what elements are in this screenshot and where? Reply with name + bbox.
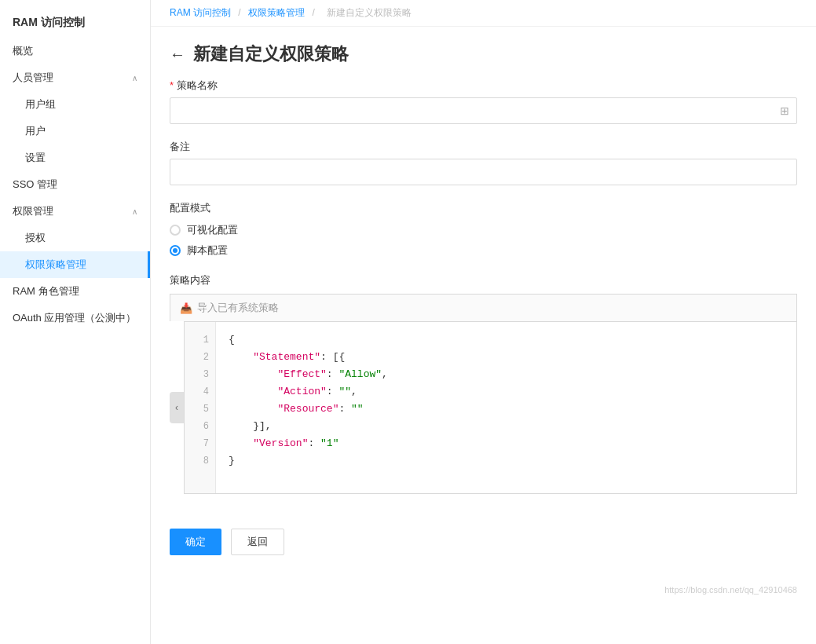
sidebar-item-user-group[interactable]: 用户组 bbox=[0, 91, 150, 118]
sidebar-item-permission-mgmt[interactable]: 权限管理 ∧ bbox=[0, 198, 150, 225]
form-group-config-mode: 配置模式 可视化配置 脚本配置 bbox=[170, 201, 797, 258]
sidebar-item-user[interactable]: 用户 bbox=[0, 118, 150, 145]
radio-group-config-mode: 可视化配置 脚本配置 bbox=[170, 223, 797, 258]
remark-input[interactable] bbox=[170, 159, 797, 185]
radio-visual-circle bbox=[170, 225, 181, 236]
page-header: ← 新建自定义权限策略 bbox=[151, 27, 816, 79]
policy-name-input[interactable] bbox=[170, 97, 797, 124]
form-actions: 确定 返回 bbox=[151, 510, 816, 579]
main-content: RAM 访问控制 / 权限策略管理 / 新建自定义权限策略 ← 新建自定义权限策… bbox=[151, 0, 816, 644]
form-group-policy-name: *策略名称 ⊞ bbox=[170, 79, 797, 124]
radio-visual-config[interactable]: 可视化配置 bbox=[170, 223, 797, 237]
import-icon: 📥 bbox=[180, 302, 192, 314]
breadcrumb: RAM 访问控制 / 权限策略管理 / 新建自定义权限策略 bbox=[151, 0, 816, 27]
code-editor-wrapper: ‹ 1 2 3 4 5 6 7 8 { "Statement": [{ "Eff… bbox=[184, 321, 797, 494]
code-content[interactable]: { "Statement": [{ "Effect": "Allow", "Ac… bbox=[216, 322, 796, 493]
chevron-up-icon-2: ∧ bbox=[132, 207, 137, 216]
code-editor[interactable]: 1 2 3 4 5 6 7 8 { "Statement": [{ "Effec… bbox=[184, 321, 797, 494]
breadcrumb-link-1[interactable]: RAM 访问控制 bbox=[170, 7, 231, 18]
code-line-numbers: 1 2 3 4 5 6 7 8 bbox=[185, 322, 216, 493]
policy-name-label: *策略名称 bbox=[170, 79, 797, 93]
sidebar-item-ram-role-mgmt[interactable]: RAM 角色管理 bbox=[0, 278, 150, 305]
policy-content-label: 策略内容 bbox=[170, 273, 797, 287]
cancel-button[interactable]: 返回 bbox=[231, 529, 284, 555]
required-marker: * bbox=[170, 79, 174, 91]
import-policy-bar[interactable]: 📥 导入已有系统策略 bbox=[170, 294, 797, 321]
policy-name-input-wrapper: ⊞ bbox=[170, 97, 797, 124]
radio-script-circle bbox=[170, 245, 181, 256]
sidebar-item-people-mgmt[interactable]: 人员管理 ∧ bbox=[0, 64, 150, 91]
config-mode-label: 配置模式 bbox=[170, 201, 797, 215]
sidebar-item-policy-mgmt[interactable]: 权限策略管理 bbox=[0, 251, 150, 278]
breadcrumb-current: 新建自定义权限策略 bbox=[327, 7, 412, 18]
page-title: 新建自定义权限策略 bbox=[193, 42, 349, 66]
watermark-text: https://blog.csdn.net/qq_42910468 bbox=[151, 579, 816, 601]
remark-label: 备注 bbox=[170, 140, 797, 154]
copy-icon: ⊞ bbox=[780, 104, 789, 117]
back-arrow-button[interactable]: ← bbox=[170, 46, 185, 64]
chevron-up-icon: ∧ bbox=[132, 74, 137, 82]
form-section: *策略名称 ⊞ 备注 配置模式 可视化配置 脚本配置 bbox=[151, 79, 816, 494]
sidebar-item-settings[interactable]: 设置 bbox=[0, 145, 150, 171]
submit-button[interactable]: 确定 bbox=[170, 529, 221, 555]
sidebar-title: RAM 访问控制 bbox=[0, 6, 150, 38]
sidebar-item-sso-mgmt[interactable]: SSO 管理 bbox=[0, 171, 150, 198]
radio-script-config[interactable]: 脚本配置 bbox=[170, 243, 797, 258]
sidebar-item-permission[interactable]: 授权 bbox=[0, 225, 150, 251]
import-placeholder-text: 导入已有系统策略 bbox=[197, 301, 279, 315]
form-group-remark: 备注 bbox=[170, 140, 797, 185]
breadcrumb-link-2[interactable]: 权限策略管理 bbox=[248, 7, 305, 18]
sidebar-item-oauth-mgmt[interactable]: OAuth 应用管理（公测中） bbox=[0, 305, 150, 331]
form-group-policy-content: 策略内容 📥 导入已有系统策略 ‹ 1 2 3 4 5 6 7 8 bbox=[170, 273, 797, 494]
sidebar-item-overview[interactable]: 概览 bbox=[0, 38, 150, 64]
collapse-tab[interactable]: ‹ bbox=[170, 392, 184, 423]
sidebar: RAM 访问控制 概览 人员管理 ∧ 用户组 用户 设置 SSO 管理 权限管理… bbox=[0, 0, 151, 644]
